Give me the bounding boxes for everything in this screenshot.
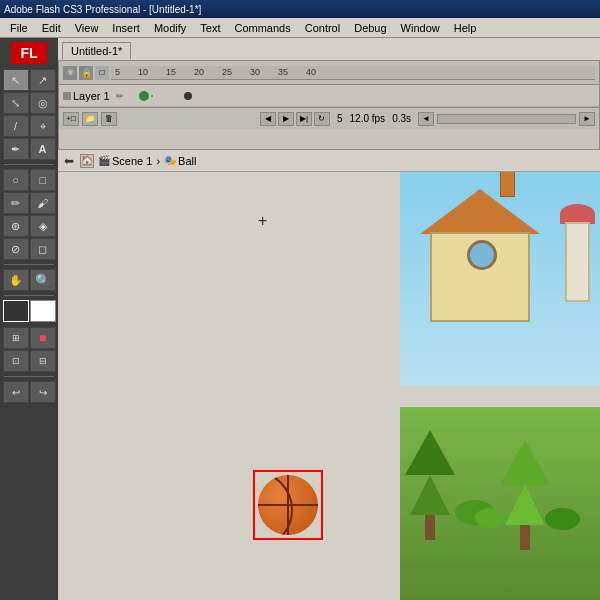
silo-body bbox=[565, 222, 590, 302]
menu-text[interactable]: Text bbox=[194, 20, 226, 36]
fill-color-btn[interactable] bbox=[30, 300, 56, 322]
basketball bbox=[258, 475, 318, 535]
next-frame-btn[interactable]: ▶| bbox=[296, 112, 312, 126]
smooth-btn[interactable]: ■ bbox=[30, 327, 56, 349]
eraser-tool[interactable]: ◻ bbox=[30, 238, 56, 260]
silo-top bbox=[560, 204, 595, 224]
zoom-tool[interactable]: 🔍 bbox=[30, 269, 56, 291]
redo-btn[interactable]: ↪ bbox=[30, 381, 56, 403]
loop-btn[interactable]: ↻ bbox=[314, 112, 330, 126]
title-bar: Adobe Flash CS3 Professional - [Untitled… bbox=[0, 0, 600, 18]
tree-top-1 bbox=[410, 475, 450, 515]
gradient-transform-tool[interactable]: ◎ bbox=[30, 92, 56, 114]
outline-icon[interactable]: □ bbox=[95, 66, 109, 80]
separator-4 bbox=[4, 376, 54, 377]
pencil-icon: ✏ bbox=[116, 91, 124, 101]
layer-visible-dot[interactable] bbox=[139, 91, 149, 101]
text-tool[interactable]: A bbox=[30, 138, 56, 160]
line-tool[interactable]: / bbox=[3, 115, 29, 137]
eye-icon[interactable]: 👁 bbox=[63, 66, 77, 80]
timeline-controls: +□ 📁 🗑 ◀ ▶ ▶| ↻ 5 12.0 fps 0.3s ◄ ► bbox=[59, 107, 599, 129]
pencil-tool[interactable]: ✏ bbox=[3, 192, 29, 214]
frame-scrollbar[interactable] bbox=[437, 114, 576, 124]
basketball-container[interactable] bbox=[253, 470, 323, 540]
tree-2 bbox=[500, 460, 550, 550]
main-layout: FL ↖ ↗ ⤡ ◎ / ⌖ ✒ A ○ □ ✏ 🖌 ⊛ ◈ bbox=[0, 38, 600, 600]
keyframe bbox=[184, 92, 192, 100]
layer-lock-dot bbox=[151, 95, 153, 97]
delete-layer-btn[interactable]: 🗑 bbox=[101, 112, 117, 126]
selection-border bbox=[253, 470, 323, 540]
symbol-label[interactable]: 🎭 Ball bbox=[164, 155, 196, 167]
frame-number: 5 bbox=[337, 113, 343, 124]
extra-tool-1[interactable]: ⊡ bbox=[3, 350, 29, 372]
bush-2 bbox=[475, 508, 505, 528]
rectangle-tool[interactable]: □ bbox=[30, 169, 56, 191]
tool-row-extra: ⊞ ■ bbox=[3, 327, 56, 349]
subselect-tool[interactable]: ↗ bbox=[30, 69, 56, 91]
menu-help[interactable]: Help bbox=[448, 20, 483, 36]
scene-bar: ⬅ 🏠 🎬 Scene 1 › 🎭 Ball bbox=[58, 150, 600, 172]
cursor-cross: + bbox=[258, 212, 267, 230]
separator-3 bbox=[4, 295, 54, 296]
scene-prev-btn[interactable]: ⬅ bbox=[62, 154, 76, 168]
symbol-icon: 🎭 bbox=[164, 155, 176, 166]
ball-curve-2 bbox=[258, 475, 293, 535]
app-title: Adobe Flash CS3 Professional - [Untitled… bbox=[4, 4, 201, 15]
tool-row-5: ○ □ bbox=[3, 169, 56, 191]
menu-debug[interactable]: Debug bbox=[348, 20, 392, 36]
fps-display: 12.0 fps bbox=[350, 113, 386, 124]
play-btn[interactable]: ▶ bbox=[278, 112, 294, 126]
menu-modify[interactable]: Modify bbox=[148, 20, 192, 36]
arrow-tool[interactable]: ↖ bbox=[3, 69, 29, 91]
pen-tool[interactable]: ✒ bbox=[3, 138, 29, 160]
house bbox=[420, 192, 540, 322]
tree-top-2b bbox=[500, 440, 550, 485]
menu-edit[interactable]: Edit bbox=[36, 20, 67, 36]
frame-scroll-right-btn[interactable]: ► bbox=[579, 112, 595, 126]
menu-commands[interactable]: Commands bbox=[228, 20, 296, 36]
tool-row-3: / ⌖ bbox=[3, 115, 56, 137]
layer-expand-icon[interactable] bbox=[63, 92, 71, 100]
frame-scroll-btn[interactable]: ◄ bbox=[418, 112, 434, 126]
separator-1 bbox=[4, 164, 54, 165]
add-layer-btn[interactable]: +□ bbox=[63, 112, 79, 126]
canvas-area[interactable]: + bbox=[58, 172, 600, 600]
background-scene bbox=[400, 172, 600, 600]
scene-home-btn[interactable]: 🏠 bbox=[80, 154, 94, 168]
hand-tool[interactable]: ✋ bbox=[3, 269, 29, 291]
menu-view[interactable]: View bbox=[69, 20, 105, 36]
prev-frame-btn[interactable]: ◀ bbox=[260, 112, 276, 126]
menu-control[interactable]: Control bbox=[299, 20, 346, 36]
document-tab[interactable]: Untitled-1* bbox=[62, 42, 131, 60]
stroke-color-btn[interactable] bbox=[3, 300, 29, 322]
menu-insert[interactable]: Insert bbox=[106, 20, 146, 36]
tool-row-4: ✒ A bbox=[3, 138, 56, 160]
menu-window[interactable]: Window bbox=[395, 20, 446, 36]
layer-name: Layer 1 bbox=[73, 90, 110, 102]
oval-tool[interactable]: ○ bbox=[3, 169, 29, 191]
scene-label[interactable]: 🎬 Scene 1 bbox=[98, 155, 152, 167]
separator-2 bbox=[4, 264, 54, 265]
tool-row-8: ⊘ ◻ bbox=[3, 238, 56, 260]
add-folder-btn[interactable]: 📁 bbox=[82, 112, 98, 126]
undo-btn[interactable]: ↩ bbox=[3, 381, 29, 403]
snap-btn[interactable]: ⊞ bbox=[3, 327, 29, 349]
free-transform-tool[interactable]: ⤡ bbox=[3, 92, 29, 114]
brush-tool[interactable]: 🖌 bbox=[30, 192, 56, 214]
timeline-ruler: 5 10 15 20 25 30 35 40 bbox=[111, 66, 595, 80]
ink-bottle-tool[interactable]: ⊛ bbox=[3, 215, 29, 237]
frame-indicator: ◀ ▶ ▶| ↻ bbox=[260, 112, 330, 126]
breadcrumb-separator: › bbox=[156, 155, 160, 167]
fl-button[interactable]: FL bbox=[11, 42, 47, 64]
tree-top-2 bbox=[405, 430, 455, 475]
lasso-tool[interactable]: ⌖ bbox=[30, 115, 56, 137]
lock-icon[interactable]: 🔒 bbox=[79, 66, 93, 80]
eyedropper-tool[interactable]: ⊘ bbox=[3, 238, 29, 260]
menu-file[interactable]: File bbox=[4, 20, 34, 36]
tool-row-7: ⊛ ◈ bbox=[3, 215, 56, 237]
paint-bucket-tool[interactable]: ◈ bbox=[30, 215, 56, 237]
tree-trunk bbox=[425, 515, 435, 540]
extra-tool-2[interactable]: ⊟ bbox=[30, 350, 56, 372]
tab-bar: Untitled-1* bbox=[58, 38, 600, 60]
